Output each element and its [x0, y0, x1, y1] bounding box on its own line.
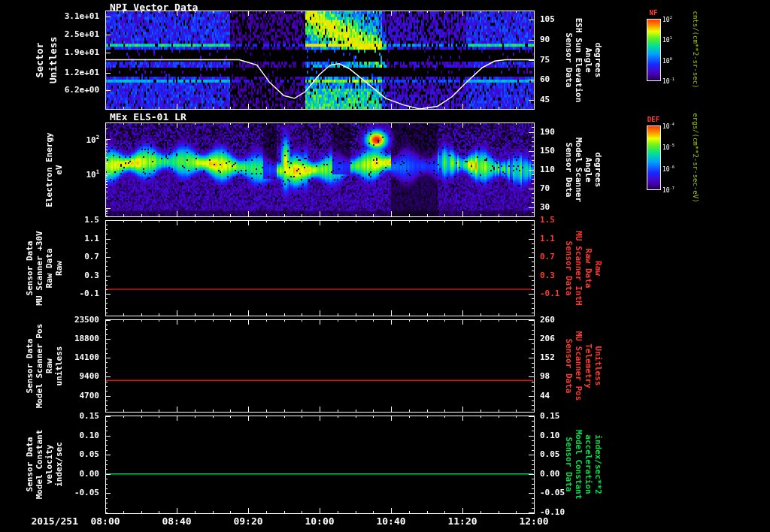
colorbar-units-label: cnts/(cm**2-sr-sec)	[692, 11, 699, 89]
y-tick-right-panel5: 0.00	[540, 470, 560, 478]
y-axis-title-left-panel3: MU Scanner +30V	[35, 231, 44, 305]
y-tick-right-panel4: 260	[540, 316, 555, 324]
y-tick-left-panel1: 1.9e+01	[65, 48, 99, 56]
colorbar-tick-label: 10-4	[662, 122, 675, 130]
y-tick-right-panel2: 190	[540, 128, 555, 136]
y-tick-left-panel3: 1.5	[84, 216, 99, 224]
y-axis-title-right-panel1: Sensor Data	[565, 32, 573, 87]
y-tick-left-panel2: 101	[86, 169, 99, 179]
y-tick-left-panel3: 0.3	[84, 271, 99, 280]
panel-title-npi-vector-data: NPI Vector Data	[110, 2, 198, 12]
y-tick-left-panel1: 2.5e+01	[65, 30, 99, 38]
y-axis-title-right-panel3: Raw Data	[584, 248, 593, 288]
y-axis-title-right-panel4: Unitless	[594, 346, 602, 385]
plot-window: NPI Vector Data MEx ELS-01 LR 2015/251 N…	[0, 0, 770, 532]
y-tick-right-panel1: 60	[540, 75, 550, 83]
y-axis-title-right-panel4: MU Scanner Pos	[574, 331, 583, 401]
y-tick-right-panel2: 30	[540, 203, 550, 211]
y-tick-left-panel3: 0.7	[84, 252, 99, 261]
colorbar-label-nf: NF	[650, 10, 658, 17]
y-axis-title-right-panel1: Angle	[584, 47, 593, 72]
y-axis-title-right-panel2: degrees	[594, 152, 602, 186]
y-axis-title-right-panel5: Model Constant	[574, 430, 583, 500]
y-axis-title-left-panel3: Raw	[55, 261, 63, 276]
y-tick-left-panel3: -0.1	[80, 289, 100, 298]
y-tick-right-panel2: 150	[540, 147, 555, 155]
y-tick-left-panel1: 1.2e+01	[65, 68, 99, 77]
y-tick-left-panel4: 14100	[74, 353, 99, 361]
y-tick-left-panel5: -0.05	[74, 488, 99, 497]
y-axis-title-right-panel4: Sensor Data	[565, 338, 573, 393]
colorbar-tick-label: 10-7	[662, 186, 675, 194]
panel-title-mex-els-01-lr: MEx ELS-01 LR	[110, 112, 186, 122]
y-tick-right-panel4: 152	[540, 353, 555, 361]
colorbar-label-def: DEF	[647, 116, 659, 123]
y-tick-left-panel3: 1.1	[84, 234, 99, 243]
colorbar-units-label: ergs/(cm**2-sr-sec-eV)	[692, 113, 699, 202]
y-axis-title-right-panel5: Sensor Data	[565, 437, 573, 492]
y-axis-title-left-panel3: Raw Data	[45, 248, 53, 288]
y-axis-title-left-panel3: Sensor Data	[26, 240, 34, 295]
y-tick-left-panel5: 0.15	[80, 412, 100, 420]
y-tick-left-panel5: 0.00	[80, 470, 100, 478]
y-axis-title-right-panel3: Raw	[594, 261, 602, 276]
y-tick-right-panel4: 98	[540, 372, 550, 380]
x-tick-label: 10:00	[305, 516, 334, 526]
y-tick-right-panel2: 110	[540, 165, 555, 174]
colorbar-tick-label: 102	[662, 16, 672, 23]
y-axis-title-right-panel1: ESH Sun Elevation	[574, 17, 583, 102]
y-axis-title-right-panel1: degrees	[594, 42, 602, 77]
x-tick-label: 10:40	[376, 516, 405, 526]
x-tick-label: 12:00	[519, 516, 548, 526]
y-axis-title-right-panel2: Sensor Data	[565, 142, 573, 197]
y-tick-left-panel1: 6.2e+00	[65, 86, 99, 94]
y-axis-title-left-panel1: Sector	[35, 42, 44, 77]
y-tick-right-panel1: 90	[540, 35, 550, 44]
y-tick-right-panel4: 44	[540, 391, 550, 400]
plot-canvas	[0, 0, 770, 532]
y-tick-left-panel4: 4700	[80, 391, 100, 400]
y-tick-right-panel4: 206	[540, 334, 555, 343]
y-tick-left-panel4: 23500	[74, 316, 99, 324]
y-axis-title-right-panel3: MU Scanner IntH	[574, 231, 583, 305]
y-axis-title-left-panel5: Model Constant	[35, 430, 44, 500]
x-tick-label: 11:20	[447, 516, 477, 526]
y-axis-title-left-panel4: Model Scanner Pos	[35, 323, 44, 408]
y-tick-left-panel4: 18800	[74, 334, 99, 343]
y-axis-title-right-panel2: Angle	[584, 157, 593, 182]
y-axis-title-right-panel4: Telemetry	[584, 343, 593, 388]
x-tick-label: 08:40	[162, 516, 191, 526]
y-axis-title-left-panel5: index/sec	[55, 442, 63, 487]
y-tick-right-panel3: 0.7	[540, 252, 555, 261]
y-tick-left-panel1: 3.1e+01	[65, 12, 99, 20]
colorbar-tick-label: 10-1	[662, 77, 675, 85]
y-tick-right-panel5: 0.15	[540, 412, 560, 420]
y-axis-title-left-panel5: Sensor Data	[26, 437, 34, 492]
y-tick-right-panel1: 75	[540, 56, 550, 64]
y-axis-title-right-panel3: Sensor Data	[565, 240, 573, 295]
y-axis-title-right-panel2: Model Scanner	[574, 137, 583, 201]
x-tick-label: 09:20	[233, 516, 262, 526]
y-tick-left-panel5: 0.10	[80, 431, 100, 440]
colorbar-tick-label: 10-5	[662, 144, 675, 151]
y-axis-title-left-panel2: eV	[55, 165, 63, 174]
y-tick-right-panel3: -0.1	[540, 289, 560, 298]
y-axis-title-left-panel4: unitless	[55, 346, 63, 385]
colorbar-tick-label: 100	[662, 57, 672, 65]
colorbar-tick-label: 10-6	[662, 165, 675, 173]
y-tick-left-panel5: 0.05	[80, 450, 100, 458]
y-tick-left-panel2: 102	[86, 135, 99, 144]
y-axis-title-left-panel1: Unitless	[48, 36, 58, 83]
y-tick-right-panel5: 0.10	[540, 431, 560, 440]
y-tick-right-panel2: 70	[540, 184, 550, 192]
y-tick-right-panel5: -0.05	[540, 488, 565, 497]
colorbar-tick-label: 101	[662, 36, 672, 44]
y-tick-right-panel3: 1.5	[540, 216, 555, 224]
x-tick-label: 08:00	[90, 516, 120, 526]
y-axis-title-left-panel2: Electron Energy	[45, 132, 53, 207]
y-axis-title-left-panel5: velocity	[45, 445, 53, 485]
y-tick-right-panel1: 45	[540, 95, 550, 104]
x-axis-date-label: 2015/251	[31, 516, 78, 526]
y-tick-right-panel5: 0.05	[540, 450, 560, 458]
y-tick-right-panel1: 105	[540, 15, 555, 23]
